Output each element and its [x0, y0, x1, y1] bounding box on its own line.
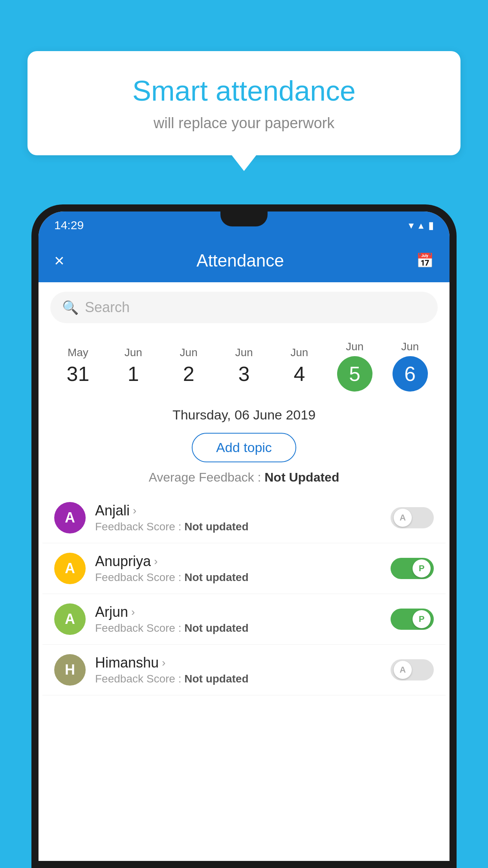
- student-name-anjali: Anjali: [95, 502, 130, 519]
- student-info-arjun: Arjun › Feedback Score : Not updated: [95, 604, 381, 634]
- status-bar: 14:29 ▾ ▴ ▮: [39, 211, 449, 239]
- toggle-knob-anjali: A: [394, 509, 412, 527]
- phone-notch: [220, 211, 268, 226]
- app-header: × Attendance 📅: [39, 239, 449, 282]
- student-item-anjali[interactable]: A Anjali › Feedback Score : Not updated …: [42, 493, 446, 543]
- search-icon: 🔍: [62, 300, 79, 315]
- calendar-icon[interactable]: 📅: [416, 252, 434, 269]
- student-item-anupriya[interactable]: A Anupriya › Feedback Score : Not update…: [42, 543, 446, 594]
- avatar-anupriya: A: [54, 553, 86, 584]
- student-name-himanshu: Himanshu: [95, 655, 159, 671]
- average-feedback: Average Feedback : Not Updated: [39, 470, 449, 485]
- feedback-value-himanshu: Not updated: [184, 673, 248, 685]
- student-info-anupriya: Anupriya › Feedback Score : Not updated: [95, 553, 381, 584]
- feedback-label-himanshu: Feedback Score :: [95, 673, 181, 685]
- phone-inner: 14:29 ▾ ▴ ▮ × Attendance 📅 🔍 Search May …: [39, 211, 449, 861]
- speech-bubble-title: Smart attendance: [59, 75, 429, 107]
- wifi-icon: ▾: [409, 219, 414, 232]
- average-feedback-label: Average Feedback :: [149, 470, 261, 484]
- student-info-himanshu: Himanshu › Feedback Score : Not updated: [95, 655, 381, 685]
- search-bar[interactable]: 🔍 Search: [50, 292, 438, 323]
- avatar-himanshu: H: [54, 654, 86, 686]
- chevron-icon-arjun: ›: [131, 606, 135, 618]
- status-time: 14:29: [54, 219, 84, 232]
- selected-date-display: Thursday, 06 June 2019: [39, 399, 449, 429]
- date-col-may31[interactable]: May 31: [50, 346, 106, 386]
- feedback-label-anupriya: Feedback Score :: [95, 571, 181, 583]
- feedback-value-anjali: Not updated: [184, 520, 248, 533]
- attendance-toggle-anupriya[interactable]: P: [391, 558, 434, 579]
- speech-bubble-container: Smart attendance will replace your paper…: [28, 51, 460, 155]
- avatar-arjun: A: [54, 603, 86, 635]
- average-feedback-value: Not Updated: [264, 470, 339, 484]
- student-name-arjun: Arjun: [95, 604, 128, 620]
- feedback-value-arjun: Not updated: [184, 622, 248, 634]
- avatar-anjali: A: [54, 502, 86, 533]
- chevron-icon-anjali: ›: [133, 504, 136, 517]
- status-icons: ▾ ▴ ▮: [409, 219, 434, 232]
- chevron-icon-anupriya: ›: [154, 555, 158, 568]
- battery-icon: ▮: [428, 219, 434, 232]
- chevron-icon-himanshu: ›: [162, 657, 165, 669]
- date-col-jun1[interactable]: Jun 1: [106, 346, 161, 386]
- attendance-toggle-himanshu[interactable]: A: [391, 659, 434, 680]
- feedback-label-arjun: Feedback Score :: [95, 622, 181, 634]
- search-input[interactable]: Search: [85, 299, 130, 316]
- signal-icon: ▴: [418, 219, 424, 232]
- student-info-anjali: Anjali › Feedback Score : Not updated: [95, 502, 381, 533]
- attendance-toggle-anjali[interactable]: A: [391, 507, 434, 528]
- feedback-label-anjali: Feedback Score :: [95, 520, 181, 533]
- toggle-knob-arjun: P: [413, 610, 431, 628]
- attendance-toggle-arjun[interactable]: P: [391, 609, 434, 630]
- toggle-knob-himanshu: A: [394, 661, 412, 679]
- date-col-jun6[interactable]: Jun 6: [382, 340, 438, 392]
- page-title: Attendance: [196, 251, 284, 270]
- student-item-himanshu[interactable]: H Himanshu › Feedback Score : Not update…: [42, 645, 446, 695]
- feedback-value-anupriya: Not updated: [184, 571, 248, 583]
- toggle-knob-anupriya: P: [413, 559, 431, 577]
- date-col-jun4[interactable]: Jun 4: [272, 346, 327, 386]
- date-col-jun5[interactable]: Jun 5: [327, 340, 382, 392]
- phone-frame: 14:29 ▾ ▴ ▮ × Attendance 📅 🔍 Search May …: [31, 204, 457, 868]
- date-picker: May 31 Jun 1 Jun 2 Jun 3 Jun 4 Jun 5: [39, 333, 449, 399]
- speech-bubble-subtitle: will replace your paperwork: [59, 115, 429, 132]
- date-col-jun2[interactable]: Jun 2: [161, 346, 216, 386]
- add-topic-button[interactable]: Add topic: [192, 433, 296, 462]
- speech-bubble: Smart attendance will replace your paper…: [28, 51, 460, 155]
- student-item-arjun[interactable]: A Arjun › Feedback Score : Not updated P: [42, 594, 446, 645]
- close-button[interactable]: ×: [54, 251, 64, 270]
- student-name-anupriya: Anupriya: [95, 553, 151, 570]
- student-list: A Anjali › Feedback Score : Not updated …: [39, 493, 449, 695]
- date-col-jun3[interactable]: Jun 3: [216, 346, 272, 386]
